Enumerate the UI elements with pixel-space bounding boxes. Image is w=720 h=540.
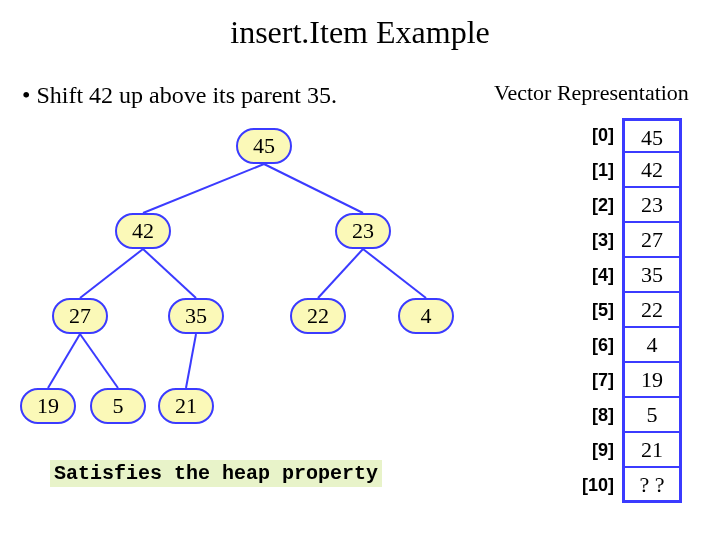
vector-index: [4] (578, 265, 622, 286)
vector-index: [3] (578, 230, 622, 251)
vector-cell: 23 (622, 188, 682, 223)
vector-row: [1]42 (578, 153, 682, 188)
vector-row: [8]5 (578, 398, 682, 433)
svg-line-6 (48, 334, 80, 388)
page-title: insert.Item Example (0, 0, 720, 51)
vector-index: [0] (578, 125, 622, 146)
vector-row: [9]21 (578, 433, 682, 468)
vector-cell: 35 (622, 258, 682, 293)
svg-line-3 (143, 249, 196, 298)
bullet-text: • Shift 42 up above its parent 35. (22, 82, 337, 109)
tree-node: 4 (398, 298, 454, 334)
satisfies-heap-property-note: Satisfies the heap property (50, 460, 382, 487)
svg-line-4 (318, 249, 363, 298)
tree-node: 35 (168, 298, 224, 334)
vector-index: [8] (578, 405, 622, 426)
svg-line-7 (80, 334, 118, 388)
vector-cell: 5 (622, 398, 682, 433)
tree-node: 45 (236, 128, 292, 164)
vector-cell: ? ? (622, 468, 682, 503)
svg-line-0 (143, 164, 264, 213)
vector-cell: 45 (622, 118, 682, 153)
svg-line-2 (80, 249, 143, 298)
tree-node: 22 (290, 298, 346, 334)
tree-node: 19 (20, 388, 76, 424)
vector-cell: 19 (622, 363, 682, 398)
vector-cell: 27 (622, 223, 682, 258)
vector-index: [2] (578, 195, 622, 216)
vector-row: [5]22 (578, 293, 682, 328)
vector-index: [5] (578, 300, 622, 321)
vector-row: [6]4 (578, 328, 682, 363)
vector-cell: 22 (622, 293, 682, 328)
svg-line-8 (186, 334, 196, 388)
svg-line-1 (264, 164, 363, 213)
vector-row: [4]35 (578, 258, 682, 293)
vector-index: [7] (578, 370, 622, 391)
vector-index: [1] (578, 160, 622, 181)
vector-row: [10]? ? (578, 468, 682, 503)
vector-row: [3]27 (578, 223, 682, 258)
vector-row: [7]19 (578, 363, 682, 398)
vector-cell: 21 (622, 433, 682, 468)
tree-node: 42 (115, 213, 171, 249)
vector-index: [6] (578, 335, 622, 356)
vector-cell: 4 (622, 328, 682, 363)
vector-row: [2]23 (578, 188, 682, 223)
svg-line-5 (363, 249, 426, 298)
vector-representation-label: Vector Representation (494, 80, 689, 106)
tree-node: 27 (52, 298, 108, 334)
vector-index: [9] (578, 440, 622, 461)
vector-row: [0]45 (578, 118, 682, 153)
vector-table: [0]45[1]42[2]23[3]27[4]35[5]22[6]4[7]19[… (578, 118, 682, 503)
tree-node: 21 (158, 388, 214, 424)
vector-index: [10] (578, 475, 622, 496)
tree-edges (0, 0, 500, 450)
tree-node: 5 (90, 388, 146, 424)
tree-node: 23 (335, 213, 391, 249)
vector-cell: 42 (622, 153, 682, 188)
